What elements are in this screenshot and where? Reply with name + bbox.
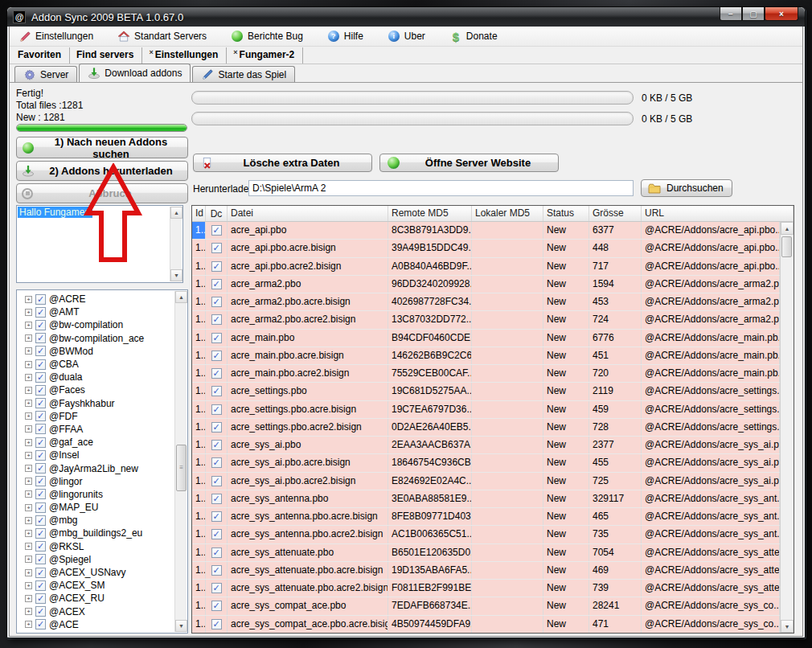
delete-extra-data-button[interactable]: Lösche extra Daten <box>193 154 372 172</box>
checkbox-checked-icon[interactable]: ✓ <box>35 320 46 330</box>
checkbox-checked-icon[interactable]: ✓ <box>211 368 222 379</box>
tab-fungamer-2[interactable]: × Fungamer-2 <box>227 47 303 64</box>
cell-checkbox[interactable]: ✓ <box>206 293 228 310</box>
cell-datei[interactable]: acre_arma2.pbo <box>228 276 388 293</box>
column-header-lokaler-md5[interactable]: Lokaler MD5 <box>472 206 543 221</box>
cell-url[interactable]: @ACRE/Addons/acre_sys_ant... <box>642 526 780 543</box>
cell-remote-md5[interactable]: 2EAA3AACB637A... <box>388 437 472 453</box>
cell-remote-md5[interactable]: 19C681D5275AA... <box>388 383 472 400</box>
download-path-input[interactable] <box>248 180 634 196</box>
checkbox-checked-icon[interactable]: ✓ <box>211 422 222 433</box>
cell-id[interactable]: 1... <box>192 580 206 597</box>
checkbox-checked-icon[interactable]: ✓ <box>35 424 46 434</box>
cell-url[interactable]: @ACRE/Addons/acre_sys_atte... <box>642 562 780 579</box>
cell-remote-md5[interactable]: 146262B6B9C2C6... <box>388 347 472 364</box>
cell-lokaler-md5[interactable] <box>472 365 543 382</box>
cell-url[interactable]: @ACRE/Addons/acre_api.pbo.... <box>642 240 780 256</box>
checkbox-checked-icon[interactable]: ✓ <box>35 359 46 370</box>
tree-item[interactable]: + ✓ @FFAA <box>20 423 187 436</box>
tab-einstellungen[interactable]: × Einstellungen <box>142 47 227 64</box>
cell-groesse[interactable]: 6377 <box>589 222 642 239</box>
checkbox-checked-icon[interactable]: ✓ <box>211 601 222 611</box>
cell-url[interactable]: @ACRE/Addons/acre_sys_co... <box>642 597 780 614</box>
cell-groesse[interactable]: 6776 <box>589 330 642 347</box>
cell-checkbox[interactable]: ✓ <box>206 580 228 597</box>
checkbox-checked-icon[interactable]: ✓ <box>35 515 46 526</box>
scroll-up-icon[interactable]: ▲ <box>170 207 182 219</box>
cell-checkbox[interactable]: ✓ <box>206 490 228 507</box>
cell-url[interactable]: @ACRE/Addons/acre_sys_ai.p... <box>642 437 780 453</box>
cell-id[interactable]: 1... <box>192 490 206 507</box>
cell-lokaler-md5[interactable] <box>472 437 543 453</box>
tree-item[interactable]: + ✓ @mbg_buildings2_eu <box>20 527 187 539</box>
checkbox-checked-icon[interactable]: ✓ <box>211 404 222 415</box>
checkbox-checked-icon[interactable]: ✓ <box>35 554 46 564</box>
checkbox-checked-icon[interactable]: ✓ <box>35 346 46 356</box>
tree-item[interactable]: + ✓ @Insel <box>20 449 187 461</box>
cell-lokaler-md5[interactable] <box>472 276 543 293</box>
cell-datei[interactable]: acre_sys_antenna.pbo.acre2.bisign <box>228 526 388 543</box>
table-row[interactable]: 1... ✓ acre_sys_antenna.pbo.acre.bisign … <box>192 508 780 526</box>
table-row[interactable]: 1... ✓ acre_arma2.pbo.acre2.bisign 13C87… <box>192 311 780 329</box>
tree-item[interactable]: + ✓ @bw-compilation <box>20 318 187 331</box>
cell-url[interactable]: @ACRE/Addons/acre_sys_co... <box>642 616 780 633</box>
expand-plus-icon[interactable]: + <box>25 374 32 381</box>
cell-id[interactable]: 1... <box>192 562 206 579</box>
cell-id[interactable]: 1... <box>192 473 206 490</box>
toolbar-item-hilfe[interactable]: ? Hilfe <box>325 28 366 44</box>
cell-checkbox[interactable]: ✓ <box>206 276 228 293</box>
tree-item[interactable]: + ✓ @Faces <box>20 383 187 396</box>
cell-id[interactable]: 1... <box>192 437 206 453</box>
cell-remote-md5[interactable]: 96DD3240209928... <box>388 276 472 293</box>
tree-item[interactable]: + ✓ @MAP_EU <box>20 501 187 514</box>
checkbox-checked-icon[interactable]: ✓ <box>35 437 46 448</box>
cell-checkbox[interactable]: ✓ <box>206 330 228 347</box>
tree-item[interactable]: + ✓ @bw-compilation_ace <box>20 332 187 345</box>
cell-lokaler-md5[interactable] <box>472 383 543 400</box>
cell-status[interactable]: New <box>543 437 589 453</box>
expand-plus-icon[interactable]: + <box>25 309 32 316</box>
cell-remote-md5[interactable]: 19D135ABA6FA5... <box>388 562 472 579</box>
expand-plus-icon[interactable]: + <box>25 556 32 563</box>
tree-item[interactable]: + ✓ @ACEX_SM <box>20 579 187 592</box>
expand-plus-icon[interactable]: + <box>25 490 32 498</box>
cell-id[interactable]: 1... <box>192 526 206 543</box>
table-row[interactable]: 1... ✓ acre_settings.pbo.acre2.bisign 0D… <box>192 419 780 437</box>
checkbox-checked-icon[interactable]: ✓ <box>35 619 46 630</box>
tree-item[interactable]: + ✓ @ACRE <box>20 293 187 306</box>
cell-groesse[interactable]: 455 <box>589 454 642 471</box>
checkbox-checked-icon[interactable]: ✓ <box>211 351 222 361</box>
cell-url[interactable]: @ACRE/Addons/acre_sys_ai.p... <box>642 454 780 471</box>
cell-remote-md5[interactable]: 3E0ABA88581E9... <box>388 490 472 507</box>
expand-plus-icon[interactable]: + <box>25 530 32 537</box>
checkbox-checked-icon[interactable]: ✓ <box>35 398 46 408</box>
open-server-website-button[interactable]: Öffne Server Website <box>379 154 559 172</box>
cell-checkbox[interactable]: ✓ <box>206 616 228 633</box>
table-row[interactable]: 1... ✓ acre_sys_attenuate.pbo.acre2.bisi… <box>192 580 780 597</box>
toolbar-item-donate[interactable]: $ Donate <box>447 28 500 44</box>
cell-status[interactable]: New <box>543 240 589 256</box>
cell-checkbox[interactable]: ✓ <box>206 454 228 471</box>
cell-checkbox[interactable]: ✓ <box>206 365 228 382</box>
checkbox-checked-icon[interactable]: ✓ <box>35 541 46 552</box>
cell-groesse[interactable]: 739 <box>589 580 642 597</box>
expand-plus-icon[interactable]: + <box>25 595 32 602</box>
checkbox-checked-icon[interactable]: ✓ <box>211 494 222 504</box>
table-row[interactable]: 1... ✓ acre_sys_antenna.pbo.acre2.bisign… <box>192 526 780 543</box>
subtab-download-addons[interactable]: Download addons <box>79 64 191 82</box>
cell-groesse[interactable]: 459 <box>589 401 642 418</box>
abort-button[interactable]: Abbruch <box>16 183 188 203</box>
checkbox-checked-icon[interactable]: ✓ <box>211 440 222 450</box>
message-list-selected-item[interactable]: Hallo Fungamer! <box>18 207 92 218</box>
checkbox-checked-icon[interactable]: ✓ <box>35 568 46 578</box>
cell-checkbox[interactable]: ✓ <box>206 401 228 418</box>
table-row[interactable]: 1... ✓ acre_sys_ai.pbo.acre.bisign 18646… <box>192 454 780 472</box>
cell-datei[interactable]: acre_main.pbo.acre.bisign <box>228 347 388 364</box>
message-list[interactable]: Hallo Fungamer! ▲ ▼ <box>16 205 183 283</box>
checkbox-checked-icon[interactable]: ✓ <box>35 333 46 343</box>
expand-plus-icon[interactable]: + <box>25 387 32 394</box>
checkbox-checked-icon[interactable]: ✓ <box>211 225 222 236</box>
browse-button[interactable]: Durchsuchen <box>641 179 732 197</box>
close-button[interactable]: × <box>765 7 798 21</box>
tree-scrollbar-thumb[interactable]: ≡ <box>176 445 187 491</box>
